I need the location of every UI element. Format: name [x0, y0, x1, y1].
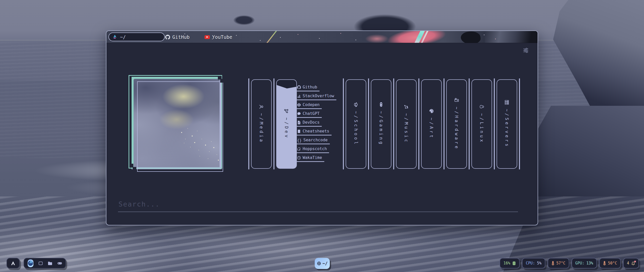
book-linux[interactable]: ~/Linux	[471, 79, 492, 169]
shelf-divider	[343, 78, 344, 169]
globe-icon	[317, 261, 321, 265]
gpu-temp-value: 50°C	[608, 261, 617, 265]
pc-icon	[454, 98, 459, 103]
tux-icon	[479, 104, 484, 109]
window-app-button[interactable]	[38, 261, 43, 265]
notifications-widget[interactable]: 4	[623, 258, 639, 268]
active-window-label: ~/	[323, 261, 328, 266]
bookshelf: ~/Media ~/Dev	[247, 78, 522, 169]
memory-chip-icon	[512, 261, 516, 265]
frame-corner-handle	[133, 167, 136, 171]
browser-tabbar: ~/ GitHub YouTube	[106, 31, 538, 43]
book-media[interactable]: ~/Media	[251, 79, 272, 169]
gpu-temp-widget[interactable]: 50°C	[599, 258, 621, 268]
notification-dot	[634, 261, 636, 262]
wallpaper-rock	[230, 14, 258, 26]
book-art[interactable]: ~/Art	[421, 79, 442, 169]
link-hoppscotch[interactable]: Hoppscotch	[297, 144, 329, 153]
cpu-label: CPU:	[526, 261, 535, 265]
link-label: Github	[303, 85, 317, 89]
desktop: ~/ GitHub YouTube	[0, 0, 644, 272]
link-codepen[interactable]: Codepen	[297, 100, 322, 109]
book-dev[interactable]: ~/Dev	[276, 79, 297, 169]
tab-github[interactable]: GitHub	[165, 31, 190, 43]
shelf-divider	[248, 78, 249, 169]
book-gaming[interactable]: ~/Gaming	[371, 79, 391, 169]
link-chatgpt[interactable]: ChatGPT	[297, 109, 322, 118]
stackoverflow-icon	[297, 94, 301, 98]
link-label: StackOverflow	[303, 93, 334, 98]
firefox-app-button[interactable]	[28, 259, 33, 267]
braces-icon: {}	[297, 139, 302, 142]
link-stackoverflow[interactable]: StackOverflow	[297, 91, 336, 100]
book-school[interactable]: ~/School	[346, 79, 366, 169]
cpu-value: 5%	[537, 261, 541, 265]
github-icon	[297, 85, 301, 89]
arrow-logo-icon	[11, 261, 16, 266]
gpu-widget[interactable]: GPU: 13%	[572, 258, 597, 268]
link-github[interactable]: Github	[297, 83, 319, 91]
link-searchcode[interactable]: {} Searchcode	[297, 135, 330, 144]
hoppscotch-icon	[297, 147, 301, 151]
search-bar	[118, 200, 518, 212]
notification-count: 4	[627, 261, 629, 265]
link-label: Searchcode	[303, 138, 328, 142]
tab-github-label: GitHub	[172, 34, 190, 40]
frame-corner-handle	[220, 79, 224, 83]
link-devdocs[interactable]: DevDocs	[297, 118, 322, 127]
book-servers[interactable]: ~/Servers	[497, 79, 517, 169]
tab-home[interactable]: ~/	[108, 32, 165, 41]
app-logo-icon	[112, 34, 117, 40]
cpu-temp-widget[interactable]: 57°C	[548, 258, 569, 268]
git-branch-icon	[284, 109, 289, 113]
book-hardware[interactable]: ~/Hardware	[446, 79, 467, 169]
active-window-button[interactable]: ~/	[315, 258, 330, 269]
link-label: Cheatsheets	[303, 129, 329, 133]
server-rack-icon	[504, 100, 509, 105]
memory-value: 16%	[503, 261, 510, 265]
book-title: ~/Dev	[284, 117, 289, 139]
memory-widget[interactable]: 16%	[500, 258, 520, 268]
tab-youtube-label: YouTube	[212, 34, 232, 40]
book-title: ~/Gaming	[379, 111, 384, 146]
github-icon	[165, 35, 170, 40]
book-title: ~/Hardware	[454, 107, 459, 150]
book-title: ~/Linux	[479, 113, 484, 144]
link-wakatime[interactable]: WakaTime	[297, 153, 324, 162]
shelf-divider	[368, 78, 369, 169]
codepen-icon	[297, 103, 301, 107]
book-title: ~/Media	[259, 113, 264, 144]
shelf-divider	[519, 78, 520, 169]
launcher-button[interactable]	[7, 258, 20, 268]
link-label: Hoppscotch	[303, 146, 327, 151]
thermometer-icon	[551, 261, 554, 265]
firefox-icon	[28, 260, 33, 266]
document-icon	[297, 121, 301, 125]
link-label: ChatGPT	[303, 111, 319, 116]
shelf-divider	[393, 78, 394, 169]
cpu-widget[interactable]: CPU: 5%	[522, 258, 545, 268]
chat-bubble-icon	[297, 112, 301, 116]
tab-youtube[interactable]: YouTube	[205, 31, 232, 43]
user-icon	[259, 104, 264, 109]
link-label: WakaTime	[303, 155, 322, 160]
taskbar-apps	[24, 258, 66, 268]
book-music[interactable]: ~/Music	[396, 79, 417, 169]
clock-icon	[297, 156, 301, 160]
shelf-divider	[418, 78, 419, 169]
gpu-label: GPU:	[575, 261, 584, 265]
link-cheatsheets[interactable]: Cheatsheets	[297, 127, 332, 135]
artwork-stars	[134, 79, 134, 79]
link-label: DevDocs	[303, 120, 319, 125]
files-app-button[interactable]	[48, 261, 52, 265]
settings-button[interactable]	[522, 47, 530, 54]
cpu-temp-value: 57°C	[556, 261, 566, 265]
games-app-button[interactable]	[57, 262, 62, 265]
gamepad-icon	[379, 102, 384, 107]
gamepad-icon	[57, 262, 62, 265]
search-input[interactable]	[118, 200, 518, 212]
status-widgets: 16% CPU: 5% 57°C GPU:	[500, 258, 639, 268]
book-title: ~/Music	[404, 113, 409, 144]
thermometer-icon	[603, 261, 606, 265]
book-title: ~/School	[353, 111, 358, 146]
